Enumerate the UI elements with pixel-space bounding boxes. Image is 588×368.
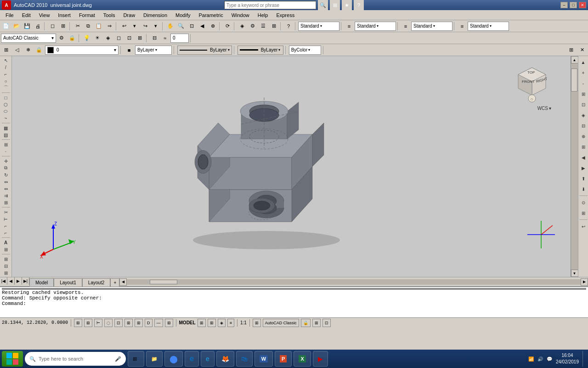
move-tool[interactable]: ✛ <box>1 158 11 164</box>
workspace-selector[interactable]: AutoCAD Classic ▾ <box>1 34 56 43</box>
ellipse-tool[interactable]: ⬭ <box>1 108 11 115</box>
grid-btn[interactable]: ⊞ <box>84 319 92 327</box>
undo-button[interactable]: ↩ <box>119 21 129 31</box>
plotstyle-dropdown[interactable]: ByColor ▾ <box>289 46 321 55</box>
publish-btn[interactable]: ⊞ <box>58 21 68 31</box>
wcs-label[interactable]: WCS ▾ <box>537 106 551 111</box>
nav-btn10[interactable]: ▶ <box>578 163 588 173</box>
sun-btn[interactable]: ☀ <box>92 33 102 43</box>
tab-nav-next[interactable]: ▶ <box>15 277 22 285</box>
nav-btn7[interactable]: ⊕ <box>578 131 588 141</box>
open-button[interactable]: 📂 <box>11 21 22 31</box>
rect-tool[interactable]: □ <box>1 94 11 101</box>
zoom-prev-btn[interactable]: ↩ <box>578 221 588 231</box>
menu-edit[interactable]: Edit <box>18 12 34 19</box>
cut-button[interactable]: ✂ <box>73 21 83 31</box>
help-quick[interactable]: ? <box>283 21 294 31</box>
taskbar-excel[interactable]: X <box>294 351 311 367</box>
menu-help[interactable]: Help <box>254 12 272 19</box>
byobj-btn[interactable]: ◈ <box>237 21 247 31</box>
layer-mgr[interactable]: ⚙ <box>248 21 258 31</box>
tab-add[interactable]: + <box>110 278 119 287</box>
text-tool[interactable]: A <box>1 239 11 246</box>
spline-tool[interactable]: ~ <box>1 115 11 121</box>
camera-btn[interactable]: ◻ <box>113 33 124 43</box>
lweight-btn[interactable]: — <box>154 319 163 327</box>
menu-view[interactable]: View <box>35 12 54 19</box>
menu-format[interactable]: Format <box>75 12 99 19</box>
viewport[interactable]: Z Y X RIG <box>12 56 578 277</box>
search-options[interactable]: ⊞ <box>330 0 340 10</box>
tab-model[interactable]: Model <box>29 278 54 287</box>
snap-btn[interactable]: ⊞ <box>74 319 82 327</box>
plot-preview[interactable]: ◻ <box>47 21 57 31</box>
toolbar-lock[interactable]: 🔒 <box>301 319 311 327</box>
tb-extra2[interactable]: ≡ <box>401 21 411 31</box>
tb-extra1[interactable]: ≡ <box>344 21 354 31</box>
line-tool[interactable]: / <box>1 64 11 70</box>
tab-nav-prev[interactable]: ◀ <box>7 277 15 285</box>
lock-btn[interactable]: 🔒 <box>34 45 44 55</box>
scroll-up-arrow[interactable]: ▲ <box>571 56 578 63</box>
cleanup-btn[interactable]: ✕ <box>577 45 587 55</box>
3dorbit-btn[interactable]: ⟳ <box>222 21 232 31</box>
taskbar-app-extra[interactable]: ▶ <box>313 351 328 367</box>
tab-nav-first[interactable]: |◀ <box>0 277 7 285</box>
menu-draw[interactable]: Draw <box>119 12 139 19</box>
arc-tool[interactable]: ⌒ <box>1 85 11 91</box>
polyline-tool[interactable]: ⌐ <box>1 71 11 77</box>
dim-style-dropdown[interactable]: Standard ▾ <box>411 22 452 31</box>
search-button[interactable]: 🔍 <box>318 0 328 10</box>
menu-modify[interactable]: Modify <box>172 12 194 19</box>
viewport-scale1[interactable]: ⊞ <box>198 319 206 327</box>
gradient-tool[interactable]: ▧ <box>1 132 11 138</box>
polar-btn[interactable]: ◌ <box>104 319 113 327</box>
view-cube[interactable]: RIGHT FRONT TOP ⌂ <box>514 65 550 102</box>
workspace-name[interactable]: AutoCAD Classic <box>263 319 299 327</box>
mirror-tool[interactable]: ⇔ <box>1 185 11 192</box>
taskbar-word[interactable]: W <box>254 351 273 367</box>
clock-display[interactable]: 16:04 24/02/2019 <box>556 352 579 365</box>
osnap-btn[interactable]: ⊡ <box>114 319 123 327</box>
array-tool[interactable]: ⊞ <box>1 199 11 206</box>
otrack-btn[interactable]: ⊞ <box>124 319 133 327</box>
extend-tool[interactable]: ⊢ <box>1 216 11 222</box>
taskbar-multitasking[interactable]: ⊞ <box>128 351 144 367</box>
viewport-controls[interactable]: ⊞ <box>566 45 576 55</box>
matchprop-button[interactable]: ⇒ <box>104 21 114 31</box>
layer-dropdown[interactable]: 0 ▾ <box>45 46 119 55</box>
layer-prev-btn[interactable]: ⊟ <box>149 33 159 43</box>
mtext-tool[interactable]: ⊞ <box>1 246 11 253</box>
lineweight-dropdown[interactable]: ByLayer ▾ <box>237 46 283 55</box>
keyword-search-input[interactable] <box>224 1 316 9</box>
copy-tool[interactable]: ⧉ <box>1 165 11 171</box>
command-input[interactable] <box>26 301 586 306</box>
taskbar-firefox[interactable]: 🦊 <box>216 351 234 367</box>
copy-button[interactable]: ⧉ <box>83 21 93 31</box>
help-button[interactable]: ? <box>354 0 364 10</box>
taskbar-chrome[interactable]: ⬤ <box>164 351 183 367</box>
nav-btn6[interactable]: ⊟ <box>578 121 588 131</box>
rotate-tool[interactable]: ↻ <box>1 172 11 178</box>
ducs-btn[interactable]: ⊞ <box>135 319 143 327</box>
layer-match-btn[interactable]: ≈ <box>160 33 170 43</box>
nav-btn11[interactable]: ⬆ <box>578 173 588 184</box>
save-button[interactable]: 💾 <box>22 21 32 31</box>
linetype-dropdown[interactable]: ByLayer ▾ <box>177 46 232 55</box>
auto-scale[interactable]: ≡ <box>227 319 234 327</box>
h-scroll-right[interactable]: ▶ <box>581 278 588 286</box>
show-desktop-btn[interactable] <box>582 351 586 367</box>
tab-layout2[interactable]: Layout2 <box>82 278 111 287</box>
zoom-out-btn[interactable]: - <box>578 78 588 88</box>
scroll-track-vertical[interactable] <box>571 63 578 270</box>
undo-list[interactable]: ▾ <box>130 21 140 31</box>
ortho-btn[interactable]: ⊢ <box>94 319 102 327</box>
scroll-thumb-vertical[interactable] <box>571 69 577 92</box>
network-icon[interactable]: 📶 <box>528 356 534 362</box>
menu-insert[interactable]: Insert <box>54 12 74 19</box>
viewport-scale2[interactable]: ⊞ <box>208 319 216 327</box>
light-btn[interactable]: 💡 <box>82 33 92 43</box>
volume-icon[interactable]: 🔊 <box>537 356 543 362</box>
render-btn[interactable]: ◈ <box>103 33 113 43</box>
pan-up-btn[interactable]: ▲ <box>578 57 588 67</box>
